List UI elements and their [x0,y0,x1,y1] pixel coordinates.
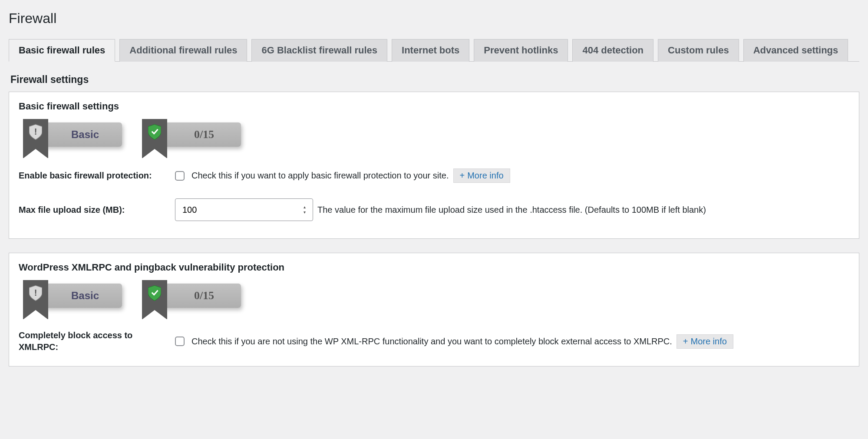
badge-level-2: ! Basic [19,284,122,308]
block-xmlrpc-label: Completely block access to XMLRPC: [19,330,175,353]
shield-check-icon [148,124,161,140]
tab-internet-bots[interactable]: Internet bots [392,39,469,62]
badges-row: ! Basic 0/15 [19,122,849,147]
more-info-label-2: More info [691,337,727,347]
ribbon-score [142,119,167,158]
svg-text:!: ! [34,288,37,297]
tab-6g-blacklist[interactable]: 6G Blacklist firewall rules [251,39,387,62]
tab-additional-firewall-rules[interactable]: Additional firewall rules [119,39,247,62]
tab-prevent-hotlinks[interactable]: Prevent hotlinks [474,39,568,62]
badge-level: ! Basic [19,122,122,147]
tab-basic-firewall-rules[interactable]: Basic firewall rules [9,39,115,62]
shield-exclaim-icon: ! [29,285,42,301]
tab-404-detection[interactable]: 404 detection [572,39,653,62]
badge-score-pill-2: 0/15 [163,284,241,308]
panel2-title: WordPress XMLRPC and pingback vulnerabil… [19,262,849,273]
stepper-down[interactable]: ▾ [304,210,310,215]
stepper-up[interactable]: ▴ [304,205,310,209]
enable-basic-label: Enable basic firewall protection: [19,170,175,182]
row-max-upload: Max file upload size (MB): ▴ ▾ The value… [19,198,849,221]
more-info-label: More info [467,171,503,181]
badge-score: 0/15 [138,122,241,147]
block-xmlrpc-desc: Check this if you are not using the WP X… [191,337,672,347]
shield-exclaim-icon: ! [29,124,42,140]
max-upload-input[interactable] [175,198,313,221]
tab-advanced-settings[interactable]: Advanced settings [743,39,848,62]
page-title: Firewall [9,10,859,26]
enable-basic-more-info[interactable]: + More info [453,168,510,183]
enable-basic-checkbox[interactable] [175,171,185,181]
plus-icon: + [683,337,688,347]
max-upload-label: Max file upload size (MB): [19,204,175,216]
badges-row-2: ! Basic 0/15 [19,284,849,308]
shield-check-icon [148,285,161,301]
plus-icon: + [460,171,465,181]
panel1-title: Basic firewall settings [19,101,849,112]
badge-score-pill: 0/15 [163,122,241,147]
stepper-icon: ▴ ▾ [304,205,310,215]
tab-bar: Basic firewall rules Additional firewall… [9,39,859,62]
badge-level-pill-2: Basic [44,284,122,308]
block-xmlrpc-checkbox[interactable] [175,337,185,346]
max-upload-desc: The value for the maximum file upload si… [317,205,706,215]
ribbon-level: ! [23,119,48,158]
panel-xmlrpc: WordPress XMLRPC and pingback vulnerabil… [9,253,859,366]
row-block-xmlrpc: Completely block access to XMLRPC: Check… [19,330,849,353]
badge-score-2: 0/15 [138,284,241,308]
ribbon-level-2: ! [23,280,48,319]
badge-level-pill: Basic [44,122,122,147]
tab-custom-rules[interactable]: Custom rules [658,39,739,62]
ribbon-score-2 [142,280,167,319]
block-xmlrpc-more-info[interactable]: + More info [677,334,733,349]
section-heading: Firewall settings [10,74,859,86]
panel-basic-firewall: Basic firewall settings ! Basic 0/15 Ena… [9,92,859,239]
enable-basic-desc: Check this if you want to apply basic fi… [191,171,449,181]
svg-text:!: ! [34,127,37,136]
row-enable-basic-firewall: Enable basic firewall protection: Check … [19,168,849,183]
